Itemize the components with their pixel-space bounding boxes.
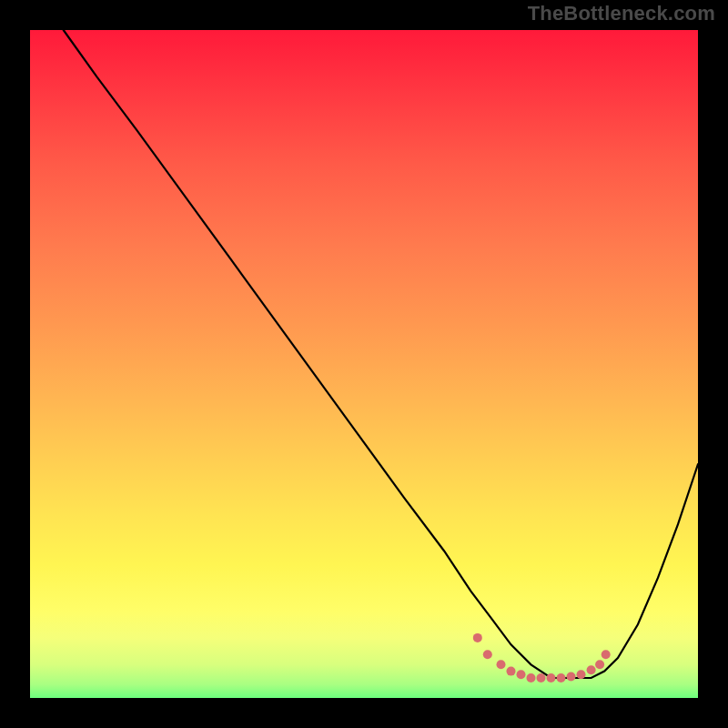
- marker-dot: [527, 673, 536, 682]
- marker-dot: [577, 670, 586, 679]
- marker-dot: [537, 673, 546, 682]
- marker-dot: [595, 660, 604, 669]
- low-band-dots: [473, 633, 611, 682]
- marker-dot: [587, 665, 596, 674]
- bottleneck-curve: [64, 30, 698, 678]
- marker-dot: [547, 673, 556, 682]
- marker-dot: [557, 673, 566, 682]
- marker-dot: [473, 633, 482, 642]
- marker-dot: [517, 670, 526, 679]
- marker-dot: [483, 650, 492, 659]
- marker-dot: [497, 660, 506, 669]
- curve-layer: [30, 30, 698, 698]
- chart-frame: TheBottleneck.com: [0, 0, 728, 728]
- marker-dot: [507, 667, 516, 676]
- plot-area: [30, 30, 698, 698]
- marker-dot: [567, 672, 576, 682]
- marker-dot: [602, 650, 611, 659]
- watermark-text: TheBottleneck.com: [528, 2, 715, 25]
